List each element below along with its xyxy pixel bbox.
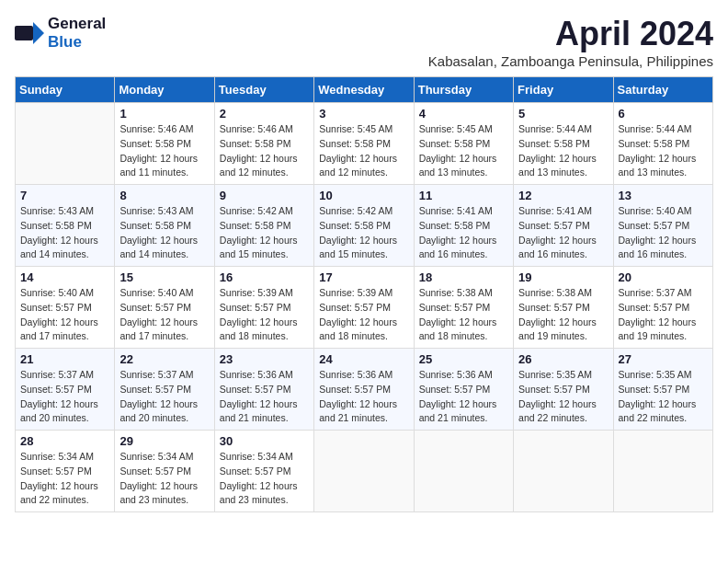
day-info: Sunrise: 5:35 AMSunset: 5:57 PMDaylight:…: [619, 368, 708, 426]
day-info: Sunrise: 5:45 AMSunset: 5:58 PMDaylight:…: [319, 122, 408, 180]
day-info: Sunrise: 5:42 AMSunset: 5:58 PMDaylight:…: [319, 204, 408, 262]
week-row-2: 14Sunrise: 5:40 AMSunset: 5:57 PMDayligh…: [16, 267, 713, 349]
day-number: 13: [619, 189, 708, 202]
header-saturday: Saturday: [613, 77, 712, 103]
day-cell: 6Sunrise: 5:44 AMSunset: 5:58 PMDaylight…: [613, 103, 712, 185]
day-number: 5: [518, 107, 608, 121]
day-cell: 9Sunrise: 5:42 AMSunset: 5:58 PMDaylight…: [214, 185, 313, 267]
day-cell: [314, 431, 414, 512]
day-info: Sunrise: 5:41 AMSunset: 5:57 PMDaylight:…: [518, 204, 608, 262]
calendar-table: SundayMondayTuesdayWednesdayThursdayFrid…: [15, 76, 713, 512]
day-info: Sunrise: 5:34 AMSunset: 5:57 PMDaylight:…: [20, 450, 109, 508]
day-info: Sunrise: 5:34 AMSunset: 5:57 PMDaylight:…: [119, 450, 209, 508]
calendar-body: 1Sunrise: 5:46 AMSunset: 5:58 PMDaylight…: [16, 103, 713, 512]
week-row-0: 1Sunrise: 5:46 AMSunset: 5:58 PMDaylight…: [16, 103, 713, 185]
calendar-header-row: SundayMondayTuesdayWednesdayThursdayFrid…: [16, 77, 713, 103]
day-info: Sunrise: 5:40 AMSunset: 5:57 PMDaylight:…: [119, 286, 209, 344]
day-cell: 22Sunrise: 5:37 AMSunset: 5:57 PMDayligh…: [115, 349, 214, 431]
day-info: Sunrise: 5:37 AMSunset: 5:57 PMDaylight:…: [619, 286, 708, 344]
day-number: 26: [518, 352, 608, 366]
day-cell: 19Sunrise: 5:38 AMSunset: 5:57 PMDayligh…: [514, 267, 613, 349]
day-number: 9: [220, 189, 309, 202]
day-number: 24: [319, 352, 408, 366]
day-cell: 10Sunrise: 5:42 AMSunset: 5:58 PMDayligh…: [314, 185, 414, 267]
day-number: 21: [20, 352, 109, 366]
page-header: General Blue April 2024 Kabasalan, Zambo…: [15, 15, 713, 69]
day-info: Sunrise: 5:35 AMSunset: 5:57 PMDaylight:…: [518, 368, 608, 426]
day-number: 20: [619, 270, 708, 284]
header-wednesday: Wednesday: [314, 77, 414, 103]
day-number: 25: [419, 352, 508, 366]
week-row-3: 21Sunrise: 5:37 AMSunset: 5:57 PMDayligh…: [16, 349, 713, 431]
day-cell: 12Sunrise: 5:41 AMSunset: 5:57 PMDayligh…: [514, 185, 613, 267]
day-info: Sunrise: 5:37 AMSunset: 5:57 PMDaylight:…: [119, 368, 209, 426]
day-info: Sunrise: 5:39 AMSunset: 5:57 PMDaylight:…: [220, 286, 309, 344]
logo: General Blue: [15, 15, 106, 52]
day-info: Sunrise: 5:40 AMSunset: 5:57 PMDaylight:…: [619, 204, 708, 262]
day-cell: [613, 431, 712, 512]
day-info: Sunrise: 5:46 AMSunset: 5:58 PMDaylight:…: [119, 122, 209, 180]
day-number: 19: [518, 270, 608, 284]
logo-blue: Blue: [48, 33, 82, 51]
day-cell: 18Sunrise: 5:38 AMSunset: 5:57 PMDayligh…: [414, 267, 513, 349]
day-number: 10: [319, 189, 408, 202]
day-cell: 15Sunrise: 5:40 AMSunset: 5:57 PMDayligh…: [115, 267, 214, 349]
day-number: 2: [220, 107, 309, 121]
day-number: 6: [619, 107, 708, 121]
day-info: Sunrise: 5:40 AMSunset: 5:57 PMDaylight:…: [20, 286, 109, 344]
day-number: 12: [518, 189, 608, 202]
day-cell: 2Sunrise: 5:46 AMSunset: 5:58 PMDaylight…: [214, 103, 313, 185]
day-cell: 7Sunrise: 5:43 AMSunset: 5:58 PMDaylight…: [16, 185, 115, 267]
logo-general: General: [48, 15, 106, 32]
day-cell: 20Sunrise: 5:37 AMSunset: 5:57 PMDayligh…: [613, 267, 712, 349]
day-cell: 13Sunrise: 5:40 AMSunset: 5:57 PMDayligh…: [613, 185, 712, 267]
day-info: Sunrise: 5:44 AMSunset: 5:58 PMDaylight:…: [518, 122, 608, 180]
day-cell: 28Sunrise: 5:34 AMSunset: 5:57 PMDayligh…: [16, 431, 115, 512]
day-info: Sunrise: 5:36 AMSunset: 5:57 PMDaylight:…: [319, 368, 408, 426]
location-subtitle: Kabasalan, Zamboanga Peninsula, Philippi…: [428, 53, 713, 69]
header-sunday: Sunday: [16, 77, 115, 103]
day-info: Sunrise: 5:34 AMSunset: 5:57 PMDaylight:…: [220, 450, 309, 508]
day-number: 29: [119, 434, 209, 448]
day-cell: [514, 431, 613, 512]
day-info: Sunrise: 5:36 AMSunset: 5:57 PMDaylight:…: [419, 368, 508, 426]
day-number: 14: [20, 270, 109, 284]
svg-rect-0: [15, 26, 33, 40]
header-tuesday: Tuesday: [214, 77, 313, 103]
day-cell: 11Sunrise: 5:41 AMSunset: 5:58 PMDayligh…: [414, 185, 513, 267]
day-number: 17: [319, 270, 408, 284]
day-number: 30: [220, 434, 309, 448]
day-number: 16: [220, 270, 309, 284]
day-number: 27: [619, 352, 708, 366]
header-thursday: Thursday: [414, 77, 513, 103]
title-section: April 2024 Kabasalan, Zamboanga Peninsul…: [428, 15, 713, 69]
day-cell: 17Sunrise: 5:39 AMSunset: 5:57 PMDayligh…: [314, 267, 414, 349]
day-number: 15: [119, 270, 209, 284]
month-title: April 2024: [428, 15, 713, 53]
day-info: Sunrise: 5:38 AMSunset: 5:57 PMDaylight:…: [518, 286, 608, 344]
day-info: Sunrise: 5:36 AMSunset: 5:57 PMDaylight:…: [220, 368, 309, 426]
logo-icon: [15, 22, 44, 44]
day-number: 8: [119, 189, 209, 202]
day-cell: 16Sunrise: 5:39 AMSunset: 5:57 PMDayligh…: [214, 267, 313, 349]
day-number: 11: [419, 189, 508, 202]
day-number: 4: [419, 107, 508, 121]
day-info: Sunrise: 5:43 AMSunset: 5:58 PMDaylight:…: [20, 204, 109, 262]
day-info: Sunrise: 5:44 AMSunset: 5:58 PMDaylight:…: [619, 122, 708, 180]
day-info: Sunrise: 5:45 AMSunset: 5:58 PMDaylight:…: [419, 122, 508, 180]
day-cell: 29Sunrise: 5:34 AMSunset: 5:57 PMDayligh…: [115, 431, 214, 512]
day-number: 23: [220, 352, 309, 366]
day-cell: 26Sunrise: 5:35 AMSunset: 5:57 PMDayligh…: [514, 349, 613, 431]
day-info: Sunrise: 5:42 AMSunset: 5:58 PMDaylight:…: [220, 204, 309, 262]
day-info: Sunrise: 5:39 AMSunset: 5:57 PMDaylight:…: [319, 286, 408, 344]
day-number: 1: [119, 107, 209, 121]
day-number: 28: [20, 434, 109, 448]
day-cell: 27Sunrise: 5:35 AMSunset: 5:57 PMDayligh…: [613, 349, 712, 431]
week-row-1: 7Sunrise: 5:43 AMSunset: 5:58 PMDaylight…: [16, 185, 713, 267]
day-cell: 5Sunrise: 5:44 AMSunset: 5:58 PMDaylight…: [514, 103, 613, 185]
day-cell: 3Sunrise: 5:45 AMSunset: 5:58 PMDaylight…: [314, 103, 414, 185]
week-row-4: 28Sunrise: 5:34 AMSunset: 5:57 PMDayligh…: [16, 431, 713, 512]
day-cell: 1Sunrise: 5:46 AMSunset: 5:58 PMDaylight…: [115, 103, 214, 185]
day-number: 7: [20, 189, 109, 202]
day-number: 18: [419, 270, 508, 284]
